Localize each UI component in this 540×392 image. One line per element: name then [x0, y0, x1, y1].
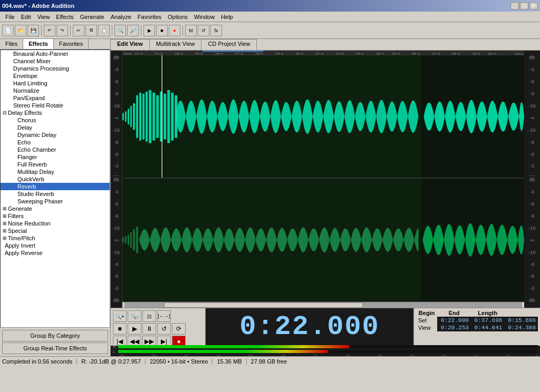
tree-item-apply-reverse[interactable]: Apply Reverse [1, 249, 110, 257]
paste-button[interactable]: 📋 [98, 25, 110, 36]
tree-item-echo-chamber[interactable]: Echo Chamber [1, 146, 110, 153]
zoom-full-button[interactable]: [←→] [157, 310, 171, 322]
tree-item-label: QuickVerb [17, 176, 44, 182]
waveform-track-1[interactable] [122, 55, 524, 179]
tree-item-delay[interactable]: Delay [1, 124, 110, 131]
close-button[interactable]: ✕ [529, 2, 538, 9]
play-button[interactable]: ▶ [143, 25, 155, 36]
play-row-1: ■ ▶ ⏸ ↺ ⟳ [113, 323, 203, 335]
tree-group-special[interactable]: ⊞ Special [1, 227, 110, 234]
menu-analyze[interactable]: Analyze [108, 13, 134, 21]
waveform-container: hms 22.0 23.0 24.0 25.0 26.0 27.0 28.0 2… [122, 51, 524, 308]
waveform-scrollbar[interactable] [122, 302, 524, 308]
menu-favorites[interactable]: Favorites [134, 13, 165, 21]
group-realtime-button[interactable]: Group Real-Time Effects [2, 342, 108, 354]
tree-item-dynamic-delay[interactable]: Dynamic Delay [1, 131, 110, 139]
tab-files[interactable]: Files [0, 39, 23, 49]
effects-button[interactable]: fx [210, 25, 222, 36]
menu-help[interactable]: Help [218, 13, 236, 21]
time-big-display: 0:22.000 [206, 308, 413, 346]
play-transport-button[interactable]: ▶ [128, 323, 141, 335]
minimize-button[interactable]: _ [510, 2, 519, 9]
tree-group-label: Special [8, 228, 27, 234]
undo-button[interactable]: ↶ [44, 25, 55, 36]
tab-effects[interactable]: Effects [23, 39, 54, 49]
tree-group-filters[interactable]: ⊞ Filters [1, 212, 110, 220]
menu-window[interactable]: Window [191, 13, 218, 21]
scrollbar-thumb[interactable] [164, 302, 363, 308]
tree-group-generate[interactable]: ⊞ Generate [1, 205, 110, 212]
tree-item-studio-reverb[interactable]: Studio Reverb [1, 190, 110, 198]
tree-item-binaural[interactable]: Binaural Auto-Panner [1, 50, 110, 57]
pause-button[interactable]: ⏸ [142, 323, 156, 335]
zoom-sel-button[interactable]: ⊡ [142, 310, 156, 322]
tree-item-flanger[interactable]: Flanger [1, 153, 110, 161]
tree-item-dynamics[interactable]: Dynamics Processing [1, 65, 110, 72]
cut-button[interactable]: ✂ [73, 25, 84, 36]
db-scale-left: dB -3 -6 -9 -16 -∞ -16 -9 -6 -3 dB -3 -6… [111, 51, 122, 308]
tree-group-delay[interactable]: ⊟ Delay Effects [1, 109, 110, 116]
tree-item-multitap[interactable]: Multitap Delay [1, 168, 110, 175]
menu-edit[interactable]: Edit [18, 13, 34, 21]
zoom-out-button[interactable]: 🔎 [127, 25, 139, 36]
tab-favorites[interactable]: Favorites [54, 39, 89, 49]
waveform-track-2[interactable] [122, 179, 524, 302]
tree-item-stereo-field[interactable]: Stereo Field Rotate [1, 102, 110, 109]
tree-item-envelope[interactable]: Envelope [1, 72, 110, 80]
tree-item-pan-expand[interactable]: Pan/Expand [1, 94, 110, 102]
tab-cd-project-view[interactable]: CD Project View [201, 39, 257, 50]
record-button[interactable]: ● [169, 25, 180, 36]
menu-generate[interactable]: Generate [77, 13, 108, 21]
tree-group-timepitch[interactable]: ⊞ Time/Pitch [1, 234, 110, 242]
maximize-button[interactable]: □ [520, 2, 528, 9]
open-button[interactable]: 📂 [15, 25, 26, 36]
loop2-button[interactable]: ⟳ [172, 323, 186, 335]
loop-button[interactable]: ↺ [198, 25, 209, 36]
tree-group-noise[interactable]: ⊞ Noise Reduction [1, 220, 110, 227]
center-area: Edit View Multitrack View CD Project Vie… [111, 39, 540, 356]
sel-begin-value[interactable]: 0:22.000 [437, 317, 471, 324]
sel-end-value[interactable]: 0:37.696 [471, 317, 505, 324]
zoom-out-time-button[interactable]: 🔍- [128, 310, 141, 322]
status-completed: Completed in 0.56 seconds [2, 358, 72, 365]
toolbar-sep-3 [112, 25, 112, 36]
tree-item-sweeping-phaser[interactable]: Sweeping Phaser [1, 198, 110, 205]
tree-item-channel-mixer[interactable]: Channel Mixer [1, 57, 110, 65]
tree-item-hard-limiting[interactable]: Hard Limiting [1, 80, 110, 87]
tab-edit-view[interactable]: Edit View [111, 39, 150, 50]
stop-button[interactable]: ■ [156, 25, 168, 36]
effects-tree[interactable]: Binaural Auto-Panner Channel Mixer Dynam… [0, 50, 110, 328]
menu-view[interactable]: View [34, 13, 53, 21]
zoom-in-time-button[interactable]: 🔍+ [113, 310, 127, 322]
redo-button[interactable]: ↷ [56, 25, 68, 36]
tree-item-apply-invert[interactable]: Apply Invert [1, 242, 110, 249]
tree-item-normalize[interactable]: Normalize [1, 87, 110, 94]
group-by-category-button[interactable]: Group By Category [2, 330, 108, 341]
svg-rect-6 [122, 113, 124, 120]
mixdown-button[interactable]: M [185, 25, 197, 36]
view-start-value[interactable]: 0:20.253 [437, 324, 471, 331]
menu-options[interactable]: Options [165, 13, 191, 21]
tree-item-reverb[interactable]: Reverb [1, 183, 110, 190]
tree-item-chorus[interactable]: Chorus [1, 116, 110, 124]
toolbar-sep-2 [70, 25, 71, 36]
tree-item-quickverb[interactable]: QuickVerb [1, 175, 110, 183]
tree-item-echo[interactable]: Echo [1, 139, 110, 146]
zoom-in-button[interactable]: 🔍 [114, 25, 126, 36]
tree-item-label: Delay [17, 124, 32, 131]
tree-item-full-reverb[interactable]: Full Reverb [1, 161, 110, 168]
new-button[interactable]: 📄 [2, 25, 14, 36]
stop-transport-button[interactable]: ■ [113, 323, 127, 335]
panel-buttons: Group By Category Group Real-Time Effect… [0, 328, 110, 356]
tree-item-label: Envelope [13, 73, 37, 79]
menu-file[interactable]: File [2, 13, 18, 21]
tree-item-label: Channel Mixer [13, 58, 51, 64]
save-button[interactable]: 💾 [27, 25, 39, 36]
copy-button[interactable]: ⧉ [85, 25, 97, 36]
menu-effects[interactable]: Effects [53, 13, 76, 21]
level-r-label: R [113, 345, 117, 349]
scrollbar-track[interactable] [124, 302, 522, 308]
view-end-value[interactable]: 0:44.641 [471, 324, 505, 331]
loop-transport-button[interactable]: ↺ [157, 323, 171, 335]
tab-multitrack-view[interactable]: Multitrack View [150, 39, 202, 50]
